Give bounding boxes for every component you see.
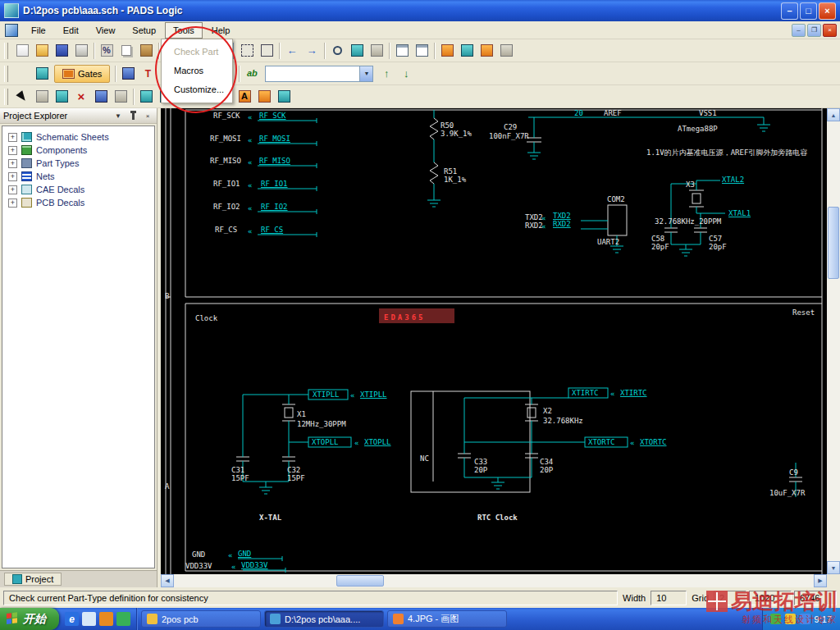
task-d-2pos-pcb-aaa[interactable]: D:\2pos pcb\aaa.... [264, 610, 384, 628]
schematic-text[interactable]: R50 [441, 121, 454, 130]
schematic-text[interactable]: X-TAL [259, 514, 282, 522]
schematic-text[interactable]: C58 [651, 235, 664, 243]
duplicate-icon[interactable] [111, 87, 130, 106]
schematic-text[interactable]: 20pF [651, 243, 669, 251]
vertical-scroll-thumb[interactable] [828, 207, 839, 279]
menu-view[interactable]: View [88, 22, 124, 39]
document-icon[interactable] [5, 24, 18, 37]
schematic-canvas[interactable]: BARF_SCK«RF_SCKRF_MOSI«RF_MOSIRF_MISO«RF… [161, 108, 827, 574]
schematic-text[interactable]: TXD2 [553, 212, 571, 220]
schematic-text[interactable]: « [248, 136, 252, 144]
cam-icon[interactable] [477, 41, 496, 60]
schematic-text[interactable]: 15PF [287, 474, 305, 482]
schematic-text[interactable]: A [165, 482, 170, 491]
board-outline-icon[interactable] [32, 64, 52, 83]
measure-icon[interactable] [367, 41, 386, 60]
board-view-icon[interactable] [347, 41, 367, 60]
schematic-text[interactable]: B [165, 292, 169, 300]
schematic-text[interactable]: C57 [709, 235, 722, 243]
ole-icon[interactable] [496, 41, 516, 60]
net-name-icon[interactable]: T [138, 64, 158, 83]
vertical-scrollbar[interactable]: ▲ ▼ [827, 108, 840, 574]
schematic-text[interactable]: 32.768KHz_20PPM [655, 217, 722, 226]
media-player-icon[interactable] [99, 612, 113, 626]
save-icon[interactable] [52, 41, 71, 60]
schematic-text[interactable]: COM2 [607, 195, 625, 203]
cut-icon[interactable]: % [97, 41, 116, 60]
scroll-up-icon[interactable]: ▲ [827, 108, 840, 121]
range-select-icon[interactable] [12, 64, 32, 83]
schematic-text[interactable]: AREF [604, 109, 622, 117]
tree-item-pcb-decals[interactable]: +PCB Decals [2, 196, 154, 209]
schematic-text[interactable]: Reset [792, 308, 815, 317]
part-icon[interactable] [118, 64, 138, 83]
route-icon[interactable] [437, 41, 457, 60]
schematic-text[interactable]: « [610, 390, 614, 398]
width-value[interactable]: 10 [651, 591, 687, 605]
schematic-text[interactable]: RF_CS [215, 226, 237, 234]
schematic-text[interactable]: C31 [231, 466, 244, 474]
schematic-text[interactable]: RF_CS [261, 226, 283, 234]
tray-antivirus-icon[interactable] [770, 614, 781, 624]
combo-arrow-icon[interactable]: ▼ [359, 66, 372, 81]
schematic-text[interactable]: X2 [543, 407, 552, 415]
tree-item-components[interactable]: +Components [2, 144, 154, 157]
schematic-text[interactable]: « [541, 214, 546, 222]
expand-icon[interactable]: + [8, 146, 17, 155]
schematic-text[interactable]: « [248, 227, 252, 235]
schematic-text[interactable]: XTOPLL [364, 438, 391, 446]
part-type-combo[interactable]: ▼ [265, 66, 373, 82]
schematic-text[interactable]: 1K_1% [444, 176, 467, 184]
schematic-text[interactable]: XTIPLL [360, 390, 387, 399]
close-button[interactable]: × [819, 2, 836, 20]
schematic-text[interactable]: « [248, 158, 252, 167]
schematic-text[interactable]: « [630, 439, 634, 447]
schematic-text[interactable]: ATmega88P [678, 125, 718, 133]
schematic-text[interactable]: VDD33V [185, 562, 212, 570]
copy-icon[interactable] [116, 41, 136, 60]
mdi-minimize-icon[interactable]: – [792, 24, 806, 37]
offpage-icon[interactable] [274, 87, 294, 106]
ie-icon[interactable]: e [65, 612, 79, 626]
messenger-icon[interactable] [116, 612, 130, 626]
expand-icon[interactable]: + [8, 185, 17, 194]
redo-icon[interactable]: → [302, 41, 322, 60]
schematic-text[interactable]: « [231, 563, 235, 571]
schematic-text[interactable]: RF_IO2 [261, 203, 288, 211]
schematic-text[interactable]: C29 [504, 123, 517, 131]
schematic-text[interactable]: « [354, 439, 358, 447]
gates-button[interactable]: Gates [54, 65, 110, 83]
schematic-text[interactable]: RTC Clock [477, 514, 518, 522]
text-icon[interactable]: ab [242, 64, 262, 83]
down-icon[interactable]: ↓ [396, 64, 416, 83]
schematic-text[interactable]: RF_MOSI [259, 135, 290, 143]
schematic-text[interactable]: VDD33V [241, 561, 268, 569]
schematic-text[interactable]: RXD2 [525, 221, 543, 230]
schematic-text[interactable]: X3 [686, 180, 695, 189]
expand-icon[interactable]: + [8, 199, 17, 208]
schematic-text[interactable]: « [541, 222, 546, 231]
expand-icon[interactable]: + [8, 172, 17, 181]
pointer-icon[interactable] [12, 87, 32, 106]
toolbar-grip[interactable] [4, 66, 8, 82]
menu-tools[interactable]: Tools [165, 22, 203, 39]
schematic-text[interactable]: R51 [444, 167, 457, 176]
schematic-text[interactable]: GND [238, 550, 251, 558]
show-desktop-icon[interactable] [82, 612, 96, 626]
schematic-text[interactable]: RF_IO2 [213, 203, 240, 211]
schematic-text[interactable]: 3.9K_1% [441, 130, 472, 138]
print-icon[interactable] [71, 41, 91, 60]
select-mode-icon[interactable] [257, 41, 276, 60]
task-4-jpg[interactable]: 4.JPG - 画图 [387, 610, 507, 628]
schematic-text[interactable]: 20P [474, 466, 488, 474]
schematic-text[interactable]: UART2 [597, 238, 619, 246]
tray-update-icon[interactable] [785, 614, 796, 624]
pan-icon[interactable] [32, 87, 52, 106]
schematic-text[interactable]: VSS1 [699, 109, 717, 117]
schematic-text[interactable]: XTORTC [588, 438, 615, 446]
scroll-right-icon[interactable]: ▶ [814, 574, 827, 587]
schematic-text[interactable]: EDA365 [384, 313, 426, 322]
sheet-up-icon[interactable] [392, 41, 412, 60]
line-icon[interactable] [136, 87, 156, 106]
tab-project[interactable]: Project [4, 573, 62, 586]
